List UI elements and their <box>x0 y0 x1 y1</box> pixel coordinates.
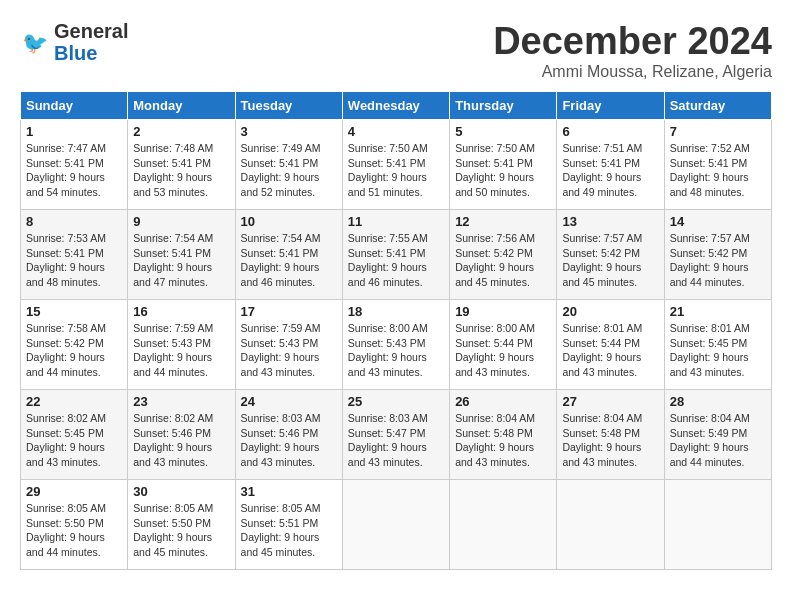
day-info: Sunrise: 7:54 AM Sunset: 5:41 PM Dayligh… <box>133 231 229 290</box>
calendar-cell: 12 Sunrise: 7:56 AM Sunset: 5:42 PM Dayl… <box>450 210 557 300</box>
calendar-cell: 4 Sunrise: 7:50 AM Sunset: 5:41 PM Dayli… <box>342 120 449 210</box>
calendar-cell <box>664 480 771 570</box>
day-info: Sunrise: 7:53 AM Sunset: 5:41 PM Dayligh… <box>26 231 122 290</box>
day-info: Sunrise: 7:47 AM Sunset: 5:41 PM Dayligh… <box>26 141 122 200</box>
calendar-cell: 25 Sunrise: 8:03 AM Sunset: 5:47 PM Dayl… <box>342 390 449 480</box>
calendar-cell: 16 Sunrise: 7:59 AM Sunset: 5:43 PM Dayl… <box>128 300 235 390</box>
day-info: Sunrise: 8:03 AM Sunset: 5:47 PM Dayligh… <box>348 411 444 470</box>
calendar-cell: 22 Sunrise: 8:02 AM Sunset: 5:45 PM Dayl… <box>21 390 128 480</box>
weekday-header-monday: Monday <box>128 92 235 120</box>
calendar: SundayMondayTuesdayWednesdayThursdayFrid… <box>20 91 772 570</box>
calendar-cell: 20 Sunrise: 8:01 AM Sunset: 5:44 PM Dayl… <box>557 300 664 390</box>
day-number: 18 <box>348 304 444 319</box>
calendar-cell: 9 Sunrise: 7:54 AM Sunset: 5:41 PM Dayli… <box>128 210 235 300</box>
day-info: Sunrise: 7:49 AM Sunset: 5:41 PM Dayligh… <box>241 141 337 200</box>
calendar-cell: 27 Sunrise: 8:04 AM Sunset: 5:48 PM Dayl… <box>557 390 664 480</box>
day-info: Sunrise: 7:59 AM Sunset: 5:43 PM Dayligh… <box>241 321 337 380</box>
day-info: Sunrise: 7:50 AM Sunset: 5:41 PM Dayligh… <box>348 141 444 200</box>
day-number: 17 <box>241 304 337 319</box>
logo-icon: 🐦 <box>20 27 50 57</box>
day-number: 25 <box>348 394 444 409</box>
day-info: Sunrise: 8:05 AM Sunset: 5:51 PM Dayligh… <box>241 501 337 560</box>
day-number: 11 <box>348 214 444 229</box>
calendar-cell: 19 Sunrise: 8:00 AM Sunset: 5:44 PM Dayl… <box>450 300 557 390</box>
day-info: Sunrise: 8:04 AM Sunset: 5:48 PM Dayligh… <box>455 411 551 470</box>
day-info: Sunrise: 8:01 AM Sunset: 5:44 PM Dayligh… <box>562 321 658 380</box>
day-number: 1 <box>26 124 122 139</box>
logo-blue: Blue <box>54 42 128 64</box>
day-number: 13 <box>562 214 658 229</box>
calendar-cell: 18 Sunrise: 8:00 AM Sunset: 5:43 PM Dayl… <box>342 300 449 390</box>
day-info: Sunrise: 7:54 AM Sunset: 5:41 PM Dayligh… <box>241 231 337 290</box>
day-info: Sunrise: 7:59 AM Sunset: 5:43 PM Dayligh… <box>133 321 229 380</box>
logo: 🐦 General Blue <box>20 20 128 64</box>
day-info: Sunrise: 8:00 AM Sunset: 5:43 PM Dayligh… <box>348 321 444 380</box>
logo-general: General <box>54 20 128 42</box>
calendar-cell <box>450 480 557 570</box>
weekday-header-friday: Friday <box>557 92 664 120</box>
calendar-cell: 21 Sunrise: 8:01 AM Sunset: 5:45 PM Dayl… <box>664 300 771 390</box>
day-number: 5 <box>455 124 551 139</box>
day-number: 2 <box>133 124 229 139</box>
day-number: 3 <box>241 124 337 139</box>
day-info: Sunrise: 7:48 AM Sunset: 5:41 PM Dayligh… <box>133 141 229 200</box>
calendar-cell <box>342 480 449 570</box>
weekday-header-sunday: Sunday <box>21 92 128 120</box>
day-info: Sunrise: 7:50 AM Sunset: 5:41 PM Dayligh… <box>455 141 551 200</box>
day-number: 22 <box>26 394 122 409</box>
calendar-cell: 3 Sunrise: 7:49 AM Sunset: 5:41 PM Dayli… <box>235 120 342 210</box>
day-number: 31 <box>241 484 337 499</box>
calendar-cell: 29 Sunrise: 8:05 AM Sunset: 5:50 PM Dayl… <box>21 480 128 570</box>
day-info: Sunrise: 8:01 AM Sunset: 5:45 PM Dayligh… <box>670 321 766 380</box>
day-info: Sunrise: 7:52 AM Sunset: 5:41 PM Dayligh… <box>670 141 766 200</box>
day-number: 19 <box>455 304 551 319</box>
day-number: 20 <box>562 304 658 319</box>
calendar-cell: 30 Sunrise: 8:05 AM Sunset: 5:50 PM Dayl… <box>128 480 235 570</box>
calendar-cell: 7 Sunrise: 7:52 AM Sunset: 5:41 PM Dayli… <box>664 120 771 210</box>
day-info: Sunrise: 7:57 AM Sunset: 5:42 PM Dayligh… <box>562 231 658 290</box>
calendar-cell: 23 Sunrise: 8:02 AM Sunset: 5:46 PM Dayl… <box>128 390 235 480</box>
day-info: Sunrise: 8:05 AM Sunset: 5:50 PM Dayligh… <box>26 501 122 560</box>
day-number: 21 <box>670 304 766 319</box>
weekday-header-wednesday: Wednesday <box>342 92 449 120</box>
calendar-cell <box>557 480 664 570</box>
day-number: 9 <box>133 214 229 229</box>
day-info: Sunrise: 7:51 AM Sunset: 5:41 PM Dayligh… <box>562 141 658 200</box>
day-info: Sunrise: 8:04 AM Sunset: 5:48 PM Dayligh… <box>562 411 658 470</box>
calendar-cell: 13 Sunrise: 7:57 AM Sunset: 5:42 PM Dayl… <box>557 210 664 300</box>
day-number: 4 <box>348 124 444 139</box>
calendar-cell: 8 Sunrise: 7:53 AM Sunset: 5:41 PM Dayli… <box>21 210 128 300</box>
day-info: Sunrise: 8:03 AM Sunset: 5:46 PM Dayligh… <box>241 411 337 470</box>
day-number: 8 <box>26 214 122 229</box>
day-info: Sunrise: 8:04 AM Sunset: 5:49 PM Dayligh… <box>670 411 766 470</box>
day-number: 6 <box>562 124 658 139</box>
day-info: Sunrise: 7:58 AM Sunset: 5:42 PM Dayligh… <box>26 321 122 380</box>
day-info: Sunrise: 8:00 AM Sunset: 5:44 PM Dayligh… <box>455 321 551 380</box>
day-number: 23 <box>133 394 229 409</box>
day-info: Sunrise: 7:57 AM Sunset: 5:42 PM Dayligh… <box>670 231 766 290</box>
day-number: 29 <box>26 484 122 499</box>
calendar-cell: 10 Sunrise: 7:54 AM Sunset: 5:41 PM Dayl… <box>235 210 342 300</box>
calendar-cell: 11 Sunrise: 7:55 AM Sunset: 5:41 PM Dayl… <box>342 210 449 300</box>
day-number: 7 <box>670 124 766 139</box>
calendar-cell: 2 Sunrise: 7:48 AM Sunset: 5:41 PM Dayli… <box>128 120 235 210</box>
weekday-header-thursday: Thursday <box>450 92 557 120</box>
day-number: 10 <box>241 214 337 229</box>
day-info: Sunrise: 8:02 AM Sunset: 5:45 PM Dayligh… <box>26 411 122 470</box>
day-number: 14 <box>670 214 766 229</box>
calendar-cell: 6 Sunrise: 7:51 AM Sunset: 5:41 PM Dayli… <box>557 120 664 210</box>
month-title: December 2024 <box>493 20 772 63</box>
day-number: 27 <box>562 394 658 409</box>
title-section: December 2024 Ammi Moussa, Relizane, Alg… <box>493 20 772 81</box>
calendar-cell: 15 Sunrise: 7:58 AM Sunset: 5:42 PM Dayl… <box>21 300 128 390</box>
day-number: 26 <box>455 394 551 409</box>
calendar-cell: 26 Sunrise: 8:04 AM Sunset: 5:48 PM Dayl… <box>450 390 557 480</box>
calendar-cell: 24 Sunrise: 8:03 AM Sunset: 5:46 PM Dayl… <box>235 390 342 480</box>
day-info: Sunrise: 8:02 AM Sunset: 5:46 PM Dayligh… <box>133 411 229 470</box>
calendar-cell: 31 Sunrise: 8:05 AM Sunset: 5:51 PM Dayl… <box>235 480 342 570</box>
location-title: Ammi Moussa, Relizane, Algeria <box>493 63 772 81</box>
weekday-header-tuesday: Tuesday <box>235 92 342 120</box>
day-number: 24 <box>241 394 337 409</box>
day-number: 12 <box>455 214 551 229</box>
calendar-cell: 28 Sunrise: 8:04 AM Sunset: 5:49 PM Dayl… <box>664 390 771 480</box>
